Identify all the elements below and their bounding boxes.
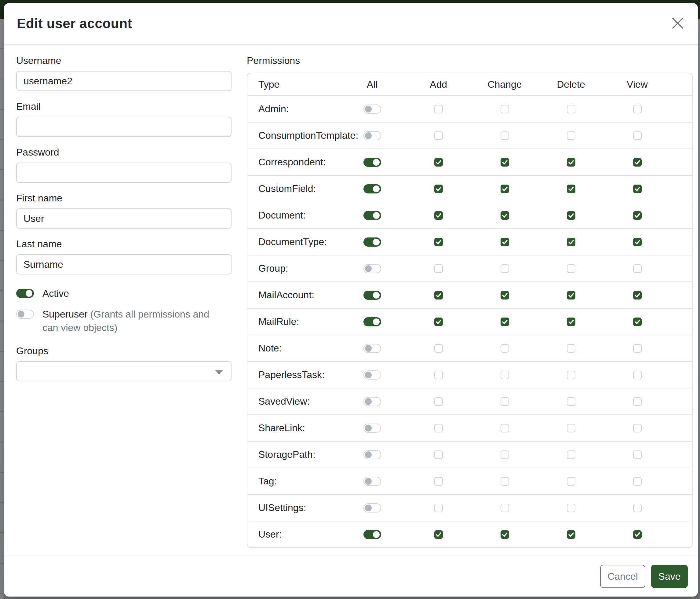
delete-checkbox[interactable] [567, 291, 575, 300]
change-checkbox[interactable] [501, 238, 509, 246]
add-checkbox[interactable] [434, 477, 443, 486]
all-toggle[interactable] [364, 477, 381, 486]
delete-checkbox[interactable] [567, 371, 575, 379]
add-checkbox[interactable] [434, 105, 443, 113]
add-checkbox[interactable] [434, 344, 443, 353]
all-toggle[interactable] [364, 211, 381, 220]
change-checkbox[interactable] [501, 264, 509, 273]
change-checkbox[interactable] [501, 317, 509, 326]
change-checkbox[interactable] [501, 211, 509, 220]
all-toggle[interactable] [364, 158, 381, 167]
email-input[interactable] [16, 117, 231, 137]
add-checkbox[interactable] [434, 451, 443, 459]
delete-checkbox[interactable] [567, 397, 575, 406]
add-checkbox[interactable] [434, 291, 443, 300]
view-checkbox[interactable] [633, 371, 642, 379]
view-checkbox[interactable] [633, 344, 642, 353]
add-checkbox[interactable] [434, 504, 443, 512]
all-toggle[interactable] [364, 530, 381, 539]
change-checkbox[interactable] [501, 397, 509, 406]
delete-checkbox[interactable] [567, 344, 575, 353]
change-checkbox[interactable] [501, 105, 509, 113]
delete-checkbox[interactable] [567, 424, 575, 432]
all-toggle[interactable] [364, 450, 381, 459]
change-checkbox[interactable] [501, 158, 509, 167]
permission-type-label: StoragePath: [247, 449, 339, 460]
delete-checkbox[interactable] [567, 264, 575, 273]
delete-checkbox[interactable] [567, 211, 575, 220]
delete-checkbox[interactable] [567, 530, 575, 539]
change-checkbox[interactable] [501, 451, 509, 459]
change-checkbox[interactable] [501, 344, 509, 353]
view-checkbox[interactable] [633, 424, 642, 432]
all-toggle[interactable] [364, 131, 381, 140]
all-toggle[interactable] [364, 503, 381, 512]
delete-checkbox[interactable] [567, 105, 575, 113]
delete-checkbox[interactable] [567, 317, 575, 326]
add-checkbox[interactable] [434, 158, 443, 167]
all-toggle[interactable] [364, 424, 381, 433]
username-input[interactable] [16, 71, 231, 91]
delete-checkbox[interactable] [567, 451, 575, 459]
delete-checkbox[interactable] [567, 504, 575, 512]
view-checkbox[interactable] [633, 504, 642, 512]
all-toggle[interactable] [364, 104, 381, 114]
view-checkbox[interactable] [633, 451, 642, 459]
add-checkbox[interactable] [434, 371, 443, 379]
change-checkbox[interactable] [501, 424, 509, 432]
all-toggle[interactable] [364, 370, 381, 380]
last-name-input[interactable] [16, 254, 231, 274]
active-toggle[interactable] [16, 289, 34, 298]
add-checkbox[interactable] [434, 185, 443, 193]
toggle-knob [365, 132, 372, 139]
add-checkbox[interactable] [434, 530, 443, 539]
add-checkbox[interactable] [434, 238, 443, 246]
delete-checkbox[interactable] [567, 238, 575, 246]
change-checkbox[interactable] [501, 131, 509, 140]
change-checkbox[interactable] [501, 371, 509, 379]
groups-select[interactable] [16, 361, 231, 381]
view-checkbox[interactable] [633, 264, 642, 273]
add-checkbox[interactable] [434, 264, 443, 273]
view-checkbox[interactable] [633, 530, 642, 539]
cancel-button[interactable]: Cancel [600, 565, 645, 588]
all-toggle[interactable] [364, 291, 381, 300]
view-checkbox[interactable] [633, 317, 642, 326]
add-checkbox[interactable] [434, 424, 443, 432]
view-checkbox[interactable] [633, 105, 642, 113]
change-checkbox[interactable] [501, 530, 509, 539]
save-button[interactable]: Save [651, 565, 688, 588]
change-checkbox[interactable] [501, 477, 509, 486]
delete-checkbox[interactable] [567, 131, 575, 140]
first-name-input[interactable] [16, 209, 231, 229]
delete-checkbox[interactable] [567, 158, 575, 167]
delete-checkbox[interactable] [567, 477, 575, 486]
close-icon [671, 17, 684, 31]
all-toggle[interactable] [364, 344, 381, 353]
add-checkbox[interactable] [434, 317, 443, 326]
add-checkbox[interactable] [434, 211, 443, 220]
all-toggle[interactable] [364, 264, 381, 273]
all-toggle[interactable] [364, 397, 381, 406]
all-toggle[interactable] [364, 317, 381, 327]
delete-checkbox[interactable] [567, 185, 575, 193]
superuser-toggle[interactable] [16, 310, 34, 319]
view-checkbox[interactable] [633, 238, 642, 246]
view-checkbox[interactable] [633, 291, 642, 300]
all-toggle[interactable] [364, 184, 381, 193]
view-checkbox[interactable] [633, 397, 642, 406]
add-checkbox[interactable] [434, 131, 443, 140]
password-input[interactable] [16, 163, 231, 183]
view-checkbox[interactable] [633, 158, 642, 167]
close-button[interactable] [669, 15, 686, 32]
change-checkbox[interactable] [501, 291, 509, 300]
toggle-knob [365, 478, 372, 485]
view-checkbox[interactable] [633, 211, 642, 220]
view-checkbox[interactable] [633, 477, 642, 486]
view-checkbox[interactable] [633, 185, 642, 193]
view-checkbox[interactable] [633, 131, 642, 140]
change-checkbox[interactable] [501, 185, 509, 193]
all-toggle[interactable] [364, 237, 381, 247]
add-checkbox[interactable] [434, 397, 443, 406]
change-checkbox[interactable] [501, 504, 509, 512]
